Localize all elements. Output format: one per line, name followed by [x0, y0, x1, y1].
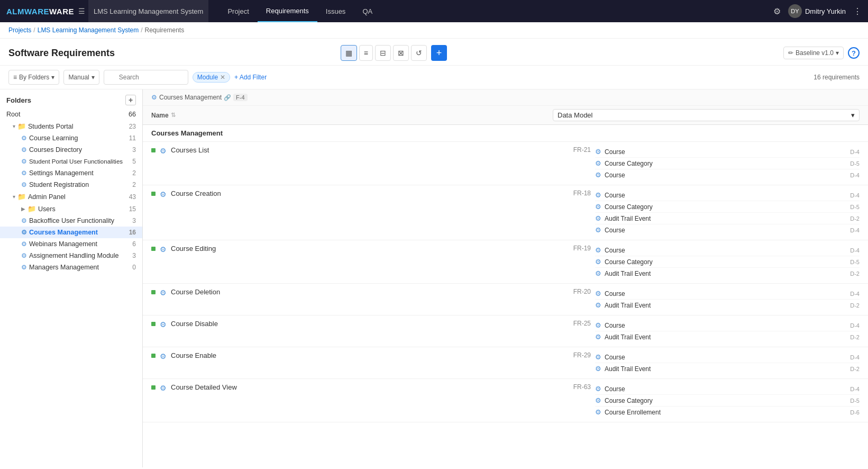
baseline-edit-icon: ✏	[788, 49, 793, 57]
model-item: ⚙Course Category D-5	[595, 256, 860, 268]
link-icon: 🔗	[224, 94, 231, 101]
nav-requirements[interactable]: Requirements	[258, 0, 317, 22]
avatar: DY	[788, 4, 802, 18]
sidebar-item-course-learning[interactable]: ⚙ Course Learning 11	[0, 132, 142, 144]
add-filter-link[interactable]: + Add Filter	[234, 74, 267, 81]
folder-icon: 📁	[17, 122, 26, 130]
req-models: ⚙Course D-4 ⚙Audit Trail Event D-2	[595, 320, 860, 342]
content-breadcrumb-badge: F-4	[233, 94, 248, 101]
sidebar-label: Courses Directory	[29, 146, 82, 154]
priority-indicator	[151, 322, 156, 326]
table-row[interactable]: ⚙ Course Editing FR-19 ⚙Course D-4 ⚙Cour…	[143, 240, 868, 284]
nav-qa[interactable]: QA	[354, 0, 381, 22]
remove-module-filter-icon[interactable]: ✕	[220, 74, 225, 81]
menu-icon[interactable]: ☰	[78, 7, 85, 15]
priority-indicator	[151, 385, 156, 390]
view-grid-button[interactable]: ▦	[341, 45, 357, 61]
sidebar-item-student-registration[interactable]: ⚙ Student Registration 2	[0, 179, 142, 191]
table-row[interactable]: ⚙ Course Creation FR-18 ⚙Course D-4 ⚙Cou…	[143, 185, 868, 240]
sidebar-item-students-portal[interactable]: ▾ 📁 Students Portal 23	[0, 120, 142, 132]
priority-indicator	[151, 247, 156, 251]
sidebar-count: 2	[132, 181, 136, 188]
baseline-label: Baseline v1.0	[796, 49, 834, 57]
help-button[interactable]: ?	[848, 47, 860, 59]
add-button[interactable]: +	[431, 45, 447, 61]
data-model-select[interactable]: Data Model ▾	[553, 109, 860, 121]
sidebar-item-assignment[interactable]: ⚙ Assignement Handling Module 3	[0, 250, 142, 261]
sidebar-count: 2	[132, 169, 136, 177]
filter-bar: ≡ By Folders ▾ Manual ▾ 🔍 Module ✕ + Add…	[0, 66, 868, 89]
module-filter-tag[interactable]: Module ✕	[193, 72, 230, 83]
col-name-label: Name	[151, 112, 169, 119]
user-menu[interactable]: DY Dmitry Yurkin	[788, 4, 846, 18]
more-icon[interactable]: ⋮	[853, 6, 862, 16]
model-gear-icon: ⚙	[595, 353, 601, 361]
model-gear-icon: ⚙	[595, 258, 601, 266]
sidebar-label: Assignement Handling Module	[29, 252, 119, 259]
sidebar-item-webinars[interactable]: ⚙ Webinars Management 6	[0, 238, 142, 250]
gear-icon: ⚙	[21, 158, 27, 165]
model-item: ⚙Course Category D-5	[595, 201, 860, 213]
gear-icon: ⚙	[21, 264, 27, 271]
folders-dropdown[interactable]: ≡ By Folders ▾	[8, 70, 59, 85]
sidebar-item-student-portal-user[interactable]: ⚙ Student Portal User Functionalities 5	[0, 156, 142, 167]
col-model-header: Data Model ▾	[553, 109, 860, 121]
model-item: ⚙Course Enrollement D-6	[595, 407, 860, 418]
model-gear-icon: ⚙	[595, 396, 601, 404]
model-item: ⚙Course D-4	[595, 351, 860, 363]
table-row[interactable]: ⚙ Course Deletion FR-20 ⚙Course D-4 ⚙Aud…	[143, 284, 868, 315]
system-label: LMS Learning Management System	[88, 0, 208, 22]
sidebar-count: 3	[132, 217, 136, 224]
table-row[interactable]: ⚙ Course Enable FR-29 ⚙Course D-4 ⚙Audit…	[143, 347, 868, 379]
view-list-button[interactable]: ≡	[359, 45, 373, 61]
sidebar-item-users[interactable]: ▶ 📁 Users 15	[0, 203, 142, 215]
sidebar-item-admin-panel[interactable]: ▾ 📁 Admin Panel 43	[0, 191, 142, 203]
req-id: FR-20	[564, 288, 591, 295]
sidebar-item-courses-management[interactable]: ⚙ Courses Management 16	[0, 227, 142, 238]
view-diff-button[interactable]: ⊠	[393, 45, 409, 61]
main-content: ⚙ Courses Management 🔗 F-4 Name ⇅ Data M…	[143, 89, 868, 467]
req-models: ⚙Course D-4 ⚙Course Category D-5 ⚙Audit …	[595, 245, 860, 279]
breadcrumb-projects[interactable]: Projects	[8, 26, 31, 34]
model-gear-icon: ⚙	[595, 333, 601, 341]
page-header: Software Requirements ▦ ≡ ⊟ ⊠ ↺ + ✏ Base…	[0, 39, 868, 66]
add-folder-button[interactable]: +	[125, 95, 136, 105]
view-refresh-button[interactable]: ↺	[411, 45, 427, 61]
req-models: ⚙Course D-4 ⚙Course Category D-5 ⚙Course…	[595, 146, 860, 181]
breadcrumb-lms[interactable]: LMS Learning Management System	[38, 26, 139, 34]
model-gear-icon: ⚙	[595, 365, 601, 373]
search-input[interactable]	[104, 70, 188, 85]
req-id: FR-21	[564, 146, 591, 154]
model-gear-icon: ⚙	[595, 148, 601, 156]
nav-project[interactable]: Project	[219, 0, 257, 22]
baseline-button[interactable]: ✏ Baseline v1.0 ▾	[783, 47, 844, 59]
sidebar-item-courses-directory[interactable]: ⚙ Courses Directory 3	[0, 144, 142, 156]
model-gear-icon: ⚙	[595, 191, 601, 199]
sidebar-label: Students Portal	[28, 123, 73, 130]
sidebar-label: Courses Management	[29, 229, 98, 236]
sidebar-item-managers[interactable]: ⚙ Managers Management 0	[0, 261, 142, 273]
model-item: ⚙Course D-4	[595, 288, 860, 300]
model-item: ⚙Course D-4	[595, 146, 860, 158]
table-row[interactable]: ⚙ Courses List FR-21 ⚙Course D-4 ⚙Course…	[143, 142, 868, 185]
table-row[interactable]: ⚙ Course Detailed View FR-63 ⚙Course D-4…	[143, 379, 868, 422]
req-type-icon: ⚙	[160, 190, 167, 199]
requirements-count: 16 requirements	[814, 74, 860, 81]
model-item: ⚙Course D-4	[595, 169, 860, 181]
manual-dropdown[interactable]: Manual ▾	[63, 70, 99, 85]
sidebar-item-settings-management[interactable]: ⚙ Settings Management 2	[0, 167, 142, 179]
folders-icon: ≡	[13, 74, 17, 81]
nav-issues[interactable]: Issues	[317, 0, 354, 22]
model-item: ⚙Course D-4	[595, 224, 860, 236]
settings-icon[interactable]: ⚙	[773, 6, 781, 16]
data-model-label: Data Model	[558, 111, 592, 119]
baseline-chevron-icon: ▾	[836, 49, 839, 57]
table-row[interactable]: ⚙ Course Disable FR-25 ⚙Course D-4 ⚙Audi…	[143, 315, 868, 347]
gear-icon: ⚙	[21, 134, 27, 142]
view-document-button[interactable]: ⊟	[375, 45, 391, 61]
root-count: 66	[129, 111, 136, 118]
sidebar-item-backoffice[interactable]: ⚙ Backoffice User Functionality 3	[0, 215, 142, 227]
folders-label: By Folders	[19, 74, 49, 81]
model-gear-icon: ⚙	[595, 408, 601, 416]
req-type-icon: ⚙	[160, 288, 167, 297]
